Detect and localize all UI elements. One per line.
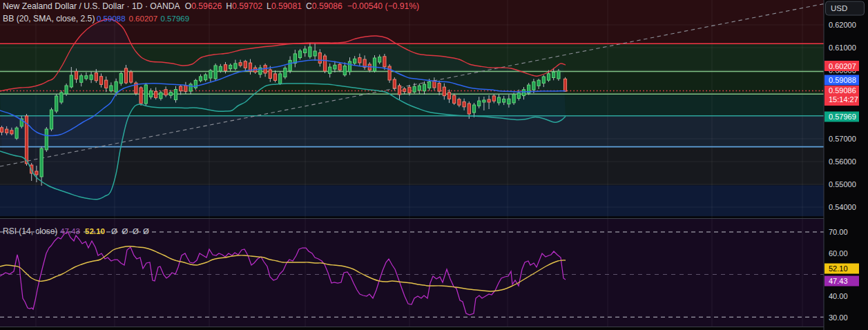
svg-text:0.54000: 0.54000 bbox=[829, 203, 856, 211]
svg-text:52.10: 52.10 bbox=[829, 264, 848, 273]
svg-text:0.59088: 0.59088 bbox=[97, 14, 126, 23]
svg-text:0.56000: 0.56000 bbox=[829, 157, 856, 166]
svg-text:New Zealand Dollar / U.S. Doll: New Zealand Dollar / U.S. Dollar · 1D · … bbox=[3, 1, 419, 11]
svg-text:0.55000: 0.55000 bbox=[829, 180, 856, 188]
svg-text:USD: USD bbox=[831, 4, 847, 12]
svg-text:0.60207: 0.60207 bbox=[829, 62, 856, 70]
svg-text:BB (20, SMA, close, 2.5): BB (20, SMA, close, 2.5) bbox=[3, 14, 95, 23]
svg-text:RSI (14, close): RSI (14, close) bbox=[3, 226, 57, 236]
svg-text:15:14:27: 15:14:27 bbox=[829, 95, 858, 104]
svg-text:0.59088: 0.59088 bbox=[829, 76, 856, 84]
svg-text:Ø: Ø bbox=[111, 227, 117, 235]
svg-text:40.00: 40.00 bbox=[829, 292, 848, 300]
svg-text:0.57000: 0.57000 bbox=[829, 135, 856, 143]
svg-text:Ø: Ø bbox=[133, 227, 139, 235]
svg-text:Ø: Ø bbox=[143, 227, 149, 235]
svg-text:0.57969: 0.57969 bbox=[829, 113, 856, 121]
svg-text:0.60207: 0.60207 bbox=[129, 14, 158, 23]
svg-text:47.43: 47.43 bbox=[829, 277, 848, 285]
svg-text:0.59086: 0.59086 bbox=[829, 86, 856, 95]
svg-text:0.62000: 0.62000 bbox=[829, 21, 856, 29]
svg-text:0.57969: 0.57969 bbox=[161, 14, 190, 23]
svg-text:0.61000: 0.61000 bbox=[829, 43, 856, 52]
svg-text:52.10: 52.10 bbox=[85, 227, 105, 235]
svg-text:47.43: 47.43 bbox=[60, 227, 80, 235]
svg-text:Ø: Ø bbox=[122, 227, 128, 235]
svg-text:60.00: 60.00 bbox=[829, 249, 848, 258]
svg-text:70.00: 70.00 bbox=[829, 228, 848, 236]
svg-text:30.00: 30.00 bbox=[829, 313, 848, 322]
